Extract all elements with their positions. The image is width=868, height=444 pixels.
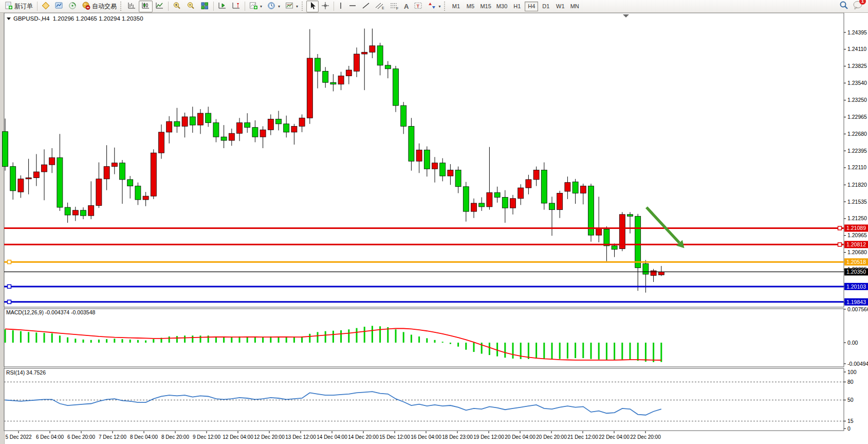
price-tag: 1.20518 (844, 258, 868, 265)
macd-bar (387, 327, 389, 343)
horizontal-line-tool-button[interactable] (346, 1, 359, 12)
macd-label: MACD(12,26,9) -0.004374 -0.003548 (6, 309, 96, 315)
price-axis-tick: 1.21820 (847, 182, 867, 188)
chart-stage: 1.24395 1.24110 1.23825 1.23540 1.23250 … (0, 13, 868, 444)
bar-chart-mode-button[interactable] (125, 1, 139, 12)
text-tool-button[interactable]: A (401, 1, 411, 12)
search-icon[interactable] (839, 1, 848, 12)
template-button[interactable]: ▾ (283, 1, 301, 12)
candle-body (533, 170, 539, 180)
candle-body (174, 121, 180, 126)
candlestick-mode-button[interactable] (139, 1, 153, 12)
macd-bar (473, 343, 475, 352)
crosshair-tool-button[interactable] (319, 1, 332, 12)
time-axis-label: 14 Dec 04:00 (317, 434, 347, 440)
fibo-glyph: F (396, 6, 398, 10)
price-tag: 1.20812 (844, 241, 868, 248)
candle-body (291, 126, 297, 132)
candle-body (354, 54, 360, 71)
macd-bar (621, 343, 623, 360)
macd-bar (200, 335, 201, 343)
timeframe-M15[interactable]: M15 (478, 2, 493, 11)
notifications-button[interactable]: 1 (853, 1, 863, 12)
auto-scroll-button[interactable] (215, 1, 229, 12)
candle-body (237, 122, 243, 133)
macd-bar (98, 340, 100, 343)
arrows-tool-button[interactable]: ▾ (426, 1, 443, 12)
vertical-line-tool-button[interactable] (336, 1, 346, 12)
line-handle (8, 285, 11, 288)
chart-canvas[interactable]: 1.24395 1.24110 1.23825 1.23540 1.23250 … (0, 13, 868, 444)
channel-tool-button[interactable]: E (373, 1, 387, 12)
macd-bar (122, 339, 123, 343)
candle-body (487, 192, 492, 207)
macd-bar (192, 335, 193, 343)
market-watch-button[interactable] (39, 1, 52, 12)
macd-bar (223, 337, 225, 343)
macd-bar (114, 339, 115, 343)
fibonacci-tool-button[interactable]: F (387, 1, 401, 12)
tile-windows-button[interactable] (198, 1, 212, 12)
timeframe-H1[interactable]: H1 (510, 2, 524, 11)
candle-body (557, 193, 563, 209)
candle-body (401, 105, 407, 126)
period-button[interactable]: ▾ (265, 1, 283, 12)
candle-body (135, 186, 141, 200)
timeframe-M5[interactable]: M5 (464, 2, 477, 11)
toolbar-grip (302, 2, 305, 11)
zoom-in-button[interactable] (170, 1, 184, 12)
price-axis-tick: 1.22680 (847, 131, 867, 137)
data-window-button[interactable] (52, 1, 66, 12)
new-order-button[interactable]: 新订单 (2, 1, 35, 12)
timeframe-H4[interactable]: H4 (525, 2, 538, 11)
trendline-tool-button[interactable] (359, 1, 373, 12)
timeframe-M30[interactable]: M30 (494, 2, 509, 11)
macd-bar (20, 331, 22, 343)
macd-bar (653, 343, 654, 362)
macd-bar (582, 343, 584, 358)
macd-bar (364, 327, 365, 343)
candle-body (393, 69, 399, 105)
timeframe-D1[interactable]: D1 (539, 2, 552, 11)
macd-bar (145, 341, 146, 343)
macd-bar (590, 343, 592, 359)
macd-bar (59, 335, 61, 343)
mt4-window: 新订单 自动交易 (0, 0, 868, 444)
macd-bar (184, 335, 186, 343)
candle-body (330, 82, 336, 84)
auto-trading-button[interactable]: 自动交易 (79, 1, 119, 12)
macd-bar (442, 342, 444, 343)
text-label-tool-button[interactable]: T (411, 1, 426, 12)
zoom-out-button[interactable] (184, 1, 198, 12)
text-label-icon: T (414, 2, 423, 11)
macd-bar (75, 339, 76, 343)
macd-bar (325, 331, 326, 343)
candle-body (127, 180, 133, 186)
macd-bar (208, 335, 209, 343)
toolbar-grip (444, 2, 448, 11)
candle-body (104, 167, 109, 179)
chart-shift-button[interactable] (229, 1, 243, 12)
zoom-in-icon (173, 2, 181, 11)
navigator-button[interactable] (66, 1, 79, 12)
candle-body (213, 122, 219, 137)
macd-bar (153, 339, 154, 343)
svg-text:1.20350: 1.20350 (846, 269, 866, 275)
timeframe-bar: M1M5M15M30H1H4D1W1MN (449, 2, 582, 11)
add-indicator-button[interactable]: ▾ (247, 1, 265, 12)
candle-body (26, 177, 31, 179)
timeframe-MN[interactable]: MN (568, 2, 581, 11)
macd-bar (309, 334, 310, 343)
macd-bar (614, 343, 615, 360)
candle-body (596, 228, 602, 235)
timeframe-W1[interactable]: W1 (553, 2, 567, 11)
svg-text:1.20518: 1.20518 (846, 259, 866, 265)
macd-bar (395, 329, 397, 343)
add-indicator-icon (249, 2, 258, 11)
line-chart-mode-button[interactable] (153, 1, 167, 12)
price-axis-tick: 1.24395 (847, 29, 867, 35)
candle-body (479, 203, 485, 207)
timeframe-M1[interactable]: M1 (449, 2, 463, 11)
cursor-tool-button[interactable] (306, 1, 319, 12)
candle-body (463, 187, 469, 211)
